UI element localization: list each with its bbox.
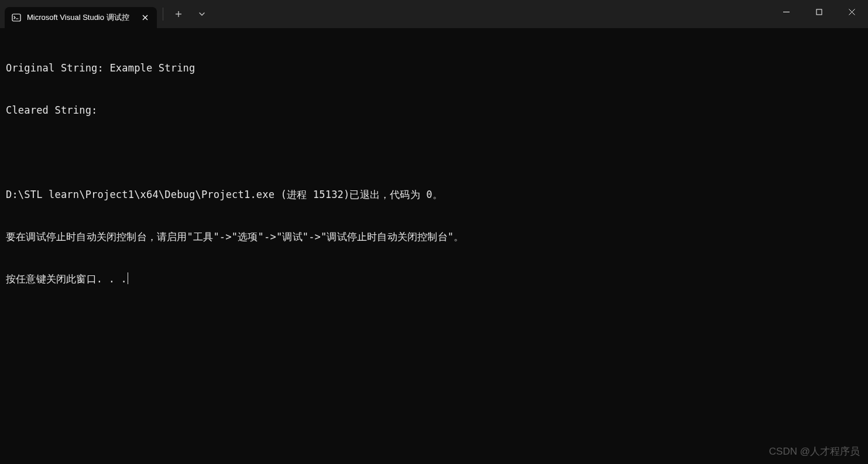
tab-divider bbox=[163, 8, 163, 21]
terminal-line: Original String: Example String bbox=[6, 61, 862, 75]
terminal-line bbox=[6, 145, 862, 159]
svg-rect-0 bbox=[12, 14, 20, 21]
close-window-button[interactable] bbox=[835, 0, 868, 23]
terminal-line: 要在调试停止时自动关闭控制台，请启用"工具"->"选项"->"调试"->"调试停… bbox=[6, 230, 862, 244]
tab-close-button[interactable] bbox=[140, 13, 150, 22]
text-cursor bbox=[128, 272, 128, 284]
terminal-line: 按任意键关闭此窗口. . . bbox=[6, 272, 862, 286]
window-controls bbox=[770, 0, 868, 23]
tab-dropdown-button[interactable] bbox=[191, 4, 212, 25]
active-tab[interactable]: Microsoft Visual Studio 调试控 bbox=[5, 7, 157, 28]
svg-rect-7 bbox=[816, 9, 822, 15]
terminal-output[interactable]: Original String: Example String Cleared … bbox=[0, 28, 868, 305]
tabbar-actions bbox=[160, 0, 212, 28]
new-tab-button[interactable] bbox=[168, 4, 189, 25]
minimize-button[interactable] bbox=[770, 0, 802, 23]
maximize-button[interactable] bbox=[802, 0, 835, 23]
tab-title: Microsoft Visual Studio 调试控 bbox=[27, 12, 135, 23]
titlebar: Microsoft Visual Studio 调试控 bbox=[0, 0, 868, 28]
watermark: CSDN @人才程序员 bbox=[769, 445, 860, 458]
terminal-icon bbox=[12, 13, 21, 22]
terminal-line: Cleared String: bbox=[6, 103, 862, 117]
terminal-line: D:\STL learn\Project1\x64\Debug\Project1… bbox=[6, 187, 862, 202]
